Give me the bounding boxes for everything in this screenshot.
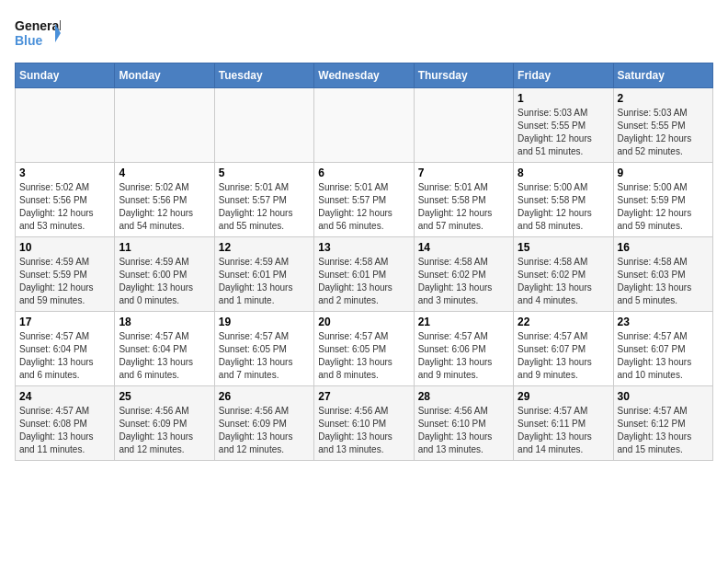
page-header: GeneralBlue [15,15,713,52]
calendar-cell: 29Sunrise: 4:57 AM Sunset: 6:11 PM Dayli… [514,386,613,461]
day-info: Sunrise: 4:59 AM Sunset: 6:00 PM Dayligh… [119,256,210,307]
logo: GeneralBlue [15,15,61,52]
day-info: Sunrise: 5:02 AM Sunset: 5:56 PM Dayligh… [119,181,210,233]
weekday-header-cell: Friday [514,63,613,88]
calendar-cell: 9Sunrise: 5:00 AM Sunset: 5:59 PM Daylig… [613,163,712,237]
day-number: 8 [518,167,609,179]
day-info: Sunrise: 5:02 AM Sunset: 5:56 PM Dayligh… [19,181,110,233]
day-info: Sunrise: 5:01 AM Sunset: 5:57 PM Dayligh… [219,181,310,233]
calendar-cell: 21Sunrise: 4:57 AM Sunset: 6:06 PM Dayli… [414,312,513,386]
calendar-cell: 10Sunrise: 4:59 AM Sunset: 5:59 PM Dayli… [16,237,115,312]
svg-text:General: General [15,18,61,33]
calendar-cell: 28Sunrise: 4:56 AM Sunset: 6:10 PM Dayli… [414,386,513,461]
day-number: 18 [119,316,210,328]
calendar-cell: 18Sunrise: 4:57 AM Sunset: 6:04 PM Dayli… [115,312,214,386]
day-number: 22 [518,316,609,328]
calendar-table: SundayMondayTuesdayWednesdayThursdayFrid… [15,63,713,461]
day-number: 1 [518,92,609,105]
day-info: Sunrise: 4:57 AM Sunset: 6:11 PM Dayligh… [518,405,609,456]
calendar-cell: 3Sunrise: 5:02 AM Sunset: 5:56 PM Daylig… [16,163,115,237]
calendar-cell: 30Sunrise: 4:57 AM Sunset: 6:12 PM Dayli… [613,386,712,461]
logo-icon: GeneralBlue [15,15,61,52]
calendar-cell: 11Sunrise: 4:59 AM Sunset: 6:00 PM Dayli… [115,237,214,312]
day-number: 15 [518,241,609,254]
day-number: 19 [219,316,310,328]
day-info: Sunrise: 5:00 AM Sunset: 5:59 PM Dayligh… [618,181,709,233]
calendar-cell [314,88,414,163]
calendar-cell: 22Sunrise: 4:57 AM Sunset: 6:07 PM Dayli… [514,312,613,386]
calendar-cell: 13Sunrise: 4:58 AM Sunset: 6:01 PM Dayli… [314,237,414,312]
day-number: 27 [318,390,409,403]
calendar-week-row: 3Sunrise: 5:02 AM Sunset: 5:56 PM Daylig… [16,163,713,237]
day-number: 11 [119,241,210,254]
calendar-cell [16,88,115,163]
weekday-header-cell: Tuesday [214,63,313,88]
day-info: Sunrise: 4:57 AM Sunset: 6:05 PM Dayligh… [219,330,310,382]
day-number: 9 [618,167,709,179]
calendar-cell [115,88,214,163]
day-number: 2 [618,92,709,105]
day-info: Sunrise: 4:56 AM Sunset: 6:09 PM Dayligh… [119,405,210,456]
calendar-body: 1Sunrise: 5:03 AM Sunset: 5:55 PM Daylig… [16,88,713,461]
day-number: 14 [418,241,509,254]
day-number: 24 [19,390,110,403]
day-info: Sunrise: 4:59 AM Sunset: 5:59 PM Dayligh… [19,256,110,307]
day-number: 29 [518,390,609,403]
calendar-cell: 23Sunrise: 4:57 AM Sunset: 6:07 PM Dayli… [613,312,712,386]
weekday-header-row: SundayMondayTuesdayWednesdayThursdayFrid… [16,63,713,88]
calendar-week-row: 24Sunrise: 4:57 AM Sunset: 6:08 PM Dayli… [16,386,713,461]
calendar-cell: 8Sunrise: 5:00 AM Sunset: 5:58 PM Daylig… [514,163,613,237]
calendar-cell: 27Sunrise: 4:56 AM Sunset: 6:10 PM Dayli… [314,386,414,461]
calendar-cell: 6Sunrise: 5:01 AM Sunset: 5:57 PM Daylig… [314,163,414,237]
day-info: Sunrise: 4:57 AM Sunset: 6:06 PM Dayligh… [418,330,509,382]
day-number: 5 [219,167,310,179]
day-number: 10 [19,241,110,254]
calendar-cell [214,88,313,163]
day-info: Sunrise: 4:57 AM Sunset: 6:07 PM Dayligh… [618,330,709,382]
day-info: Sunrise: 4:58 AM Sunset: 6:02 PM Dayligh… [518,256,609,307]
day-number: 17 [19,316,110,328]
day-info: Sunrise: 4:56 AM Sunset: 6:10 PM Dayligh… [318,405,409,456]
day-info: Sunrise: 4:57 AM Sunset: 6:12 PM Dayligh… [618,405,709,456]
day-number: 6 [318,167,409,179]
calendar-cell: 14Sunrise: 4:58 AM Sunset: 6:02 PM Dayli… [414,237,513,312]
day-number: 23 [618,316,709,328]
day-info: Sunrise: 4:57 AM Sunset: 6:04 PM Dayligh… [19,330,110,382]
day-info: Sunrise: 4:57 AM Sunset: 6:05 PM Dayligh… [318,330,409,382]
day-info: Sunrise: 5:01 AM Sunset: 5:58 PM Dayligh… [418,181,509,233]
weekday-header-cell: Monday [115,63,214,88]
day-info: Sunrise: 4:57 AM Sunset: 6:07 PM Dayligh… [518,330,609,382]
day-info: Sunrise: 4:58 AM Sunset: 6:02 PM Dayligh… [418,256,509,307]
calendar-cell: 19Sunrise: 4:57 AM Sunset: 6:05 PM Dayli… [214,312,313,386]
calendar-week-row: 10Sunrise: 4:59 AM Sunset: 5:59 PM Dayli… [16,237,713,312]
day-number: 21 [418,316,509,328]
calendar-cell: 2Sunrise: 5:03 AM Sunset: 5:55 PM Daylig… [613,88,712,163]
day-number: 28 [418,390,509,403]
day-info: Sunrise: 4:56 AM Sunset: 6:09 PM Dayligh… [219,405,310,456]
calendar-cell: 20Sunrise: 4:57 AM Sunset: 6:05 PM Dayli… [314,312,414,386]
weekday-header-cell: Wednesday [314,63,414,88]
day-info: Sunrise: 5:03 AM Sunset: 5:55 PM Dayligh… [518,107,609,158]
calendar-cell: 4Sunrise: 5:02 AM Sunset: 5:56 PM Daylig… [115,163,214,237]
calendar-cell: 15Sunrise: 4:58 AM Sunset: 6:02 PM Dayli… [514,237,613,312]
day-info: Sunrise: 5:01 AM Sunset: 5:57 PM Dayligh… [318,181,409,233]
calendar-cell: 26Sunrise: 4:56 AM Sunset: 6:09 PM Dayli… [214,386,313,461]
calendar-cell: 5Sunrise: 5:01 AM Sunset: 5:57 PM Daylig… [214,163,313,237]
day-info: Sunrise: 4:57 AM Sunset: 6:08 PM Dayligh… [19,405,110,456]
day-number: 26 [219,390,310,403]
calendar-cell: 7Sunrise: 5:01 AM Sunset: 5:58 PM Daylig… [414,163,513,237]
day-number: 3 [19,167,110,179]
calendar-week-row: 17Sunrise: 4:57 AM Sunset: 6:04 PM Dayli… [16,312,713,386]
day-number: 30 [618,390,709,403]
day-number: 13 [318,241,409,254]
day-number: 4 [119,167,210,179]
svg-text:Blue: Blue [15,33,43,48]
calendar-cell: 1Sunrise: 5:03 AM Sunset: 5:55 PM Daylig… [514,88,613,163]
day-number: 7 [418,167,509,179]
day-number: 16 [618,241,709,254]
calendar-cell: 24Sunrise: 4:57 AM Sunset: 6:08 PM Dayli… [16,386,115,461]
day-number: 12 [219,241,310,254]
calendar-cell: 12Sunrise: 4:59 AM Sunset: 6:01 PM Dayli… [214,237,313,312]
calendar-cell: 25Sunrise: 4:56 AM Sunset: 6:09 PM Dayli… [115,386,214,461]
calendar-cell [414,88,513,163]
